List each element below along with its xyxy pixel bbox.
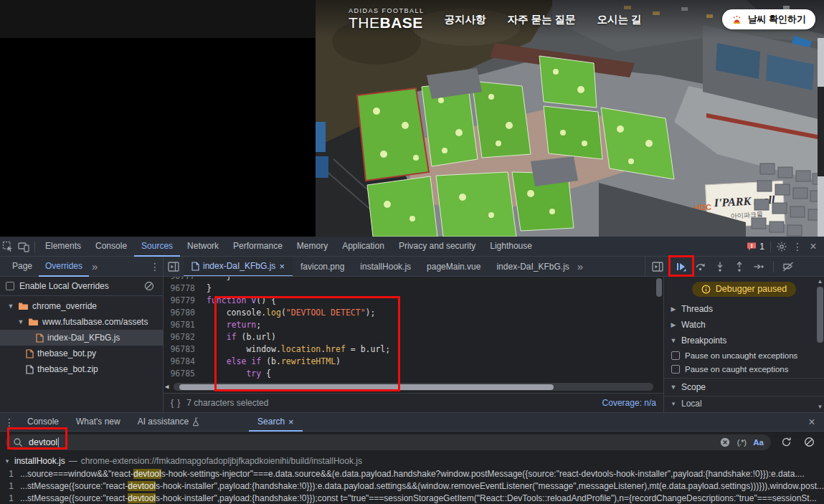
close-search-tab-icon[interactable]: × <box>288 417 294 427</box>
resume-script-icon[interactable] <box>673 259 689 275</box>
refresh-search-icon[interactable] <box>778 434 794 450</box>
drawer-tab-ai-assistance[interactable]: AI assistance <box>129 413 209 432</box>
tree-item-thebase-bot-py[interactable]: thebase_bot.py <box>0 346 163 361</box>
issues-counter[interactable]: 1 <box>744 242 767 252</box>
step-into-icon[interactable] <box>712 259 728 275</box>
more-options-icon[interactable]: ⋮ <box>790 239 805 255</box>
section-threads[interactable]: ▶Threads <box>664 301 824 317</box>
tab-performance[interactable]: Performance <box>226 237 290 257</box>
section-scope[interactable]: ▼Scope <box>664 378 824 394</box>
line-number[interactable]: 96777 <box>164 277 207 282</box>
tree-item-chrome-override[interactable]: ▼ chrome_override <box>0 298 163 314</box>
editor-tab-favicon[interactable]: favicon.png <box>293 257 352 276</box>
nav-item-notice[interactable]: 공지사항 <box>445 13 486 27</box>
site-logo[interactable]: ADIDAS FOOTBALL THEBASE <box>349 8 425 30</box>
tab-memory[interactable]: Memory <box>290 237 335 257</box>
search-result-row[interactable]: 1 ...stMessage({source:"react-devtools-h… <box>0 492 824 504</box>
toggle-navigator-panel-icon[interactable] <box>166 259 181 275</box>
line-number[interactable]: 96785 <box>164 368 207 380</box>
inspect-element-icon[interactable] <box>0 239 16 255</box>
pause-uncaught-row[interactable]: Pause on uncaught exceptions <box>664 348 824 362</box>
tree-item-thebase-bot-zip[interactable]: thebase_bot.zip <box>0 361 163 377</box>
settings-gear-icon[interactable] <box>774 239 790 255</box>
navigator-tab-overrides[interactable]: Overrides <box>39 257 89 277</box>
line-number[interactable]: 96778 <box>164 282 207 295</box>
hscroll-thumb[interactable] <box>179 384 554 390</box>
scroll-left-arrow-icon[interactable]: ◀ <box>165 381 174 393</box>
drawer-tabbar: ⋮ Console What's new AI assistance Searc… <box>0 413 824 432</box>
line-number[interactable]: 96783 <box>164 343 207 356</box>
tree-item-index-js[interactable]: index-DaI_KFbG.js <box>0 330 163 346</box>
pause-uncaught-checkbox[interactable] <box>671 351 680 360</box>
navigator-tab-page[interactable]: Page <box>6 257 39 277</box>
section-breakpoints[interactable]: ▼Breakpoints <box>664 333 824 348</box>
clear-search-icon[interactable] <box>720 437 730 447</box>
scroll-up-arrow-icon[interactable]: ▲ <box>817 278 823 285</box>
drawer-more-options-icon[interactable]: ⋮ <box>1 414 17 430</box>
hscroll-track[interactable] <box>174 383 653 391</box>
page-scrollbar[interactable] <box>818 38 824 237</box>
page-scrollbar-thumb[interactable] <box>818 87 824 176</box>
result-file-header[interactable]: ▾ installHook.js — chrome-extension://fm… <box>0 454 824 467</box>
close-tab-icon[interactable]: × <box>279 261 285 272</box>
line-number[interactable]: 96780 <box>164 307 207 319</box>
editor-vertical-scrollbar[interactable] <box>656 278 662 379</box>
step-out-icon[interactable] <box>731 259 747 275</box>
tab-console[interactable]: Console <box>88 237 134 257</box>
pause-caught-row[interactable]: Pause on caught exceptions <box>664 362 824 376</box>
drawer-tab-whats-new[interactable]: What's new <box>67 413 129 432</box>
chevron-down-icon[interactable]: ▼ <box>7 303 14 310</box>
chevron-down-icon[interactable]: ▼ <box>17 318 24 325</box>
nav-item-faq[interactable]: 자주 묻는 질문 <box>508 13 576 27</box>
tab-privacy-security[interactable]: Privacy and security <box>392 237 483 257</box>
tab-application[interactable]: Application <box>335 237 392 257</box>
editor-horizontal-scrollbar[interactable]: ◀ <box>165 383 653 391</box>
tab-network[interactable]: Network <box>180 237 226 257</box>
search-input[interactable]: devtool (.*) Aa <box>6 434 771 450</box>
search-result-row[interactable]: 1 ...source===window&&"react-devtools-ho… <box>0 467 824 480</box>
search-result-row[interactable]: 1 ...stMessage({source:"react-devtools-h… <box>0 480 824 492</box>
pause-caught-checkbox[interactable] <box>671 365 680 374</box>
clear-search-results-icon[interactable] <box>801 434 817 450</box>
close-devtools-icon[interactable]: × <box>805 239 821 255</box>
editor-tab-index-js-active[interactable]: index-DaI_KFbG.js × <box>184 257 293 276</box>
sidebar-scroll-thumb[interactable] <box>817 287 823 343</box>
weather-check-button[interactable]: 날씨 확인하기 <box>722 9 815 29</box>
tab-elements[interactable]: Elements <box>38 237 88 257</box>
close-drawer-icon[interactable]: × <box>804 414 820 430</box>
drawer-tab-console[interactable]: Console <box>19 413 67 432</box>
editor-tab-installhook[interactable]: installHook.js <box>352 257 419 276</box>
tab-lighthouse[interactable]: Lighthouse <box>483 237 539 257</box>
tab-sources[interactable]: Sources <box>134 237 180 257</box>
toggle-debugger-sidebar-icon[interactable] <box>650 259 666 275</box>
line-number[interactable]: 96779 <box>164 295 207 307</box>
section-watch[interactable]: ▶Watch <box>664 317 824 333</box>
divider <box>770 241 771 252</box>
device-toolbar-icon[interactable] <box>16 239 32 255</box>
tree-item-assets-folder[interactable]: ▼ www.futsalbase.com/assets <box>0 314 163 330</box>
deactivate-breakpoints-icon[interactable] <box>780 259 796 275</box>
scope-local-row[interactable]: ▾Local <box>664 396 824 409</box>
pretty-print-icon[interactable]: { } <box>171 398 181 408</box>
nav-item-directions[interactable]: 오시는 길 <box>597 13 642 27</box>
code-editor[interactable]: 96777 } 96778 } 96779 function v() { <box>164 277 663 393</box>
line-number[interactable]: 96782 <box>164 331 207 343</box>
sidebar-scrollbar[interactable]: ▲ ▼ <box>817 278 823 410</box>
editor-tab-index-js-2[interactable]: index-DaI_KFbG.js <box>488 257 577 276</box>
regex-toggle[interactable]: (.*) <box>737 438 747 447</box>
coverage-link[interactable]: Coverage: n/a <box>602 398 656 408</box>
line-number[interactable]: 96781 <box>164 319 207 331</box>
scroll-down-arrow-icon[interactable]: ▼ <box>817 404 823 410</box>
more-tabs-chevron-icon[interactable]: » <box>92 260 98 272</box>
clear-overrides-icon[interactable] <box>141 278 157 294</box>
enable-overrides-checkbox[interactable] <box>6 282 14 290</box>
step-over-icon[interactable] <box>693 259 709 275</box>
editor-vscroll-thumb[interactable] <box>656 278 662 297</box>
step-icon[interactable] <box>751 259 767 275</box>
navigator-more-options-icon[interactable]: ⋮ <box>147 259 163 275</box>
line-number[interactable]: 96784 <box>164 356 207 368</box>
editor-tab-pagemain[interactable]: pageMain.vue <box>419 257 488 276</box>
match-case-toggle[interactable]: Aa <box>753 438 764 447</box>
drawer-tab-search[interactable]: Search × <box>249 413 303 432</box>
more-editor-tabs-icon[interactable]: » <box>577 260 583 272</box>
